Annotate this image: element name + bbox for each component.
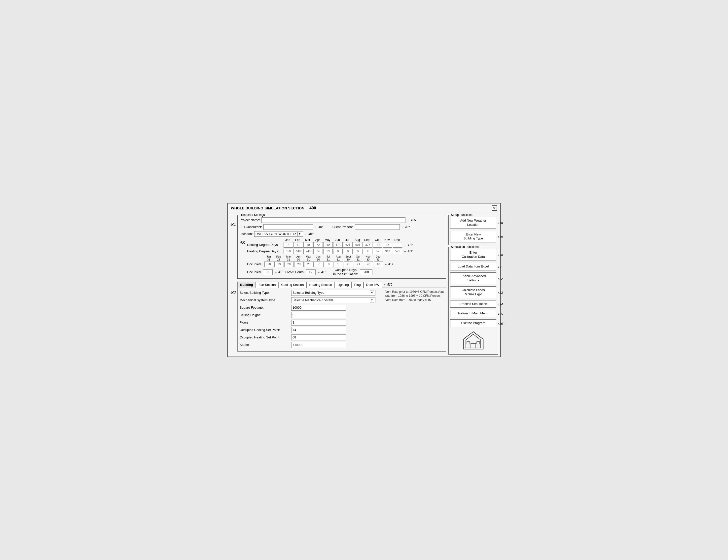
load-excel-wrapper: Load Data from Excel 421: [450, 263, 496, 272]
floors-input[interactable]: [291, 319, 346, 325]
tabs-container: Building Fan Section Cooling Section Hea…: [237, 281, 446, 288]
building-type-label: Select Building Type:: [240, 291, 289, 294]
advanced-settings-button[interactable]: Enable AdvancedSettings: [450, 273, 496, 284]
mech-system-arrow[interactable]: ▼: [370, 298, 374, 302]
cooling-row-wrapper: Cooling Degree Days:: [247, 242, 444, 248]
hdd-jun[interactable]: [333, 249, 343, 254]
tab-dom-hw[interactable]: Dom HW: [364, 281, 382, 288]
tab-cooling-section[interactable]: Cooling Section: [278, 281, 306, 288]
hdd-jul[interactable]: [343, 249, 353, 254]
hdd-dec[interactable]: [393, 249, 402, 254]
location-select[interactable]: DALLAS-FORT WORTH, TX ▼: [254, 231, 303, 237]
cdd-aug[interactable]: [353, 242, 363, 248]
hdd-mar[interactable]: [303, 249, 313, 254]
occ1-feb[interactable]: [274, 262, 284, 267]
heating-degree-label: Heating Degree Days:: [247, 250, 283, 253]
calc-loads-button[interactable]: Calculate Loads& Size Eqpt: [450, 286, 496, 298]
eei-input[interactable]: [263, 224, 313, 230]
occ-cooling-input[interactable]: [291, 327, 346, 333]
required-settings-label: Required Settings: [240, 213, 266, 217]
hdd-apr[interactable]: [313, 249, 323, 254]
occ1-jul[interactable]: [324, 262, 333, 267]
occ1-may[interactable]: [304, 262, 314, 267]
cdd-mar[interactable]: [303, 242, 313, 248]
tab-lighting[interactable]: Lighting: [335, 281, 352, 288]
process-sim-wrapper: Process Simulation 424: [450, 300, 496, 309]
occupied-row1: Occupied: [247, 262, 444, 267]
building-type-placeholder: Select a Building Type: [292, 291, 324, 294]
cdd-jul[interactable]: [343, 242, 353, 248]
occ1-mar[interactable]: [284, 262, 294, 267]
enter-building-button[interactable]: Enter NewBuilding Type: [450, 231, 496, 243]
calibration-button[interactable]: EnterCalibration Data: [450, 249, 496, 261]
house-icon-area: [450, 328, 496, 353]
cdd-dec[interactable]: [393, 242, 402, 248]
location-value: DALLAS-FORT WORTH, TX: [255, 232, 296, 236]
occ-heating-input[interactable]: [291, 334, 346, 340]
occ-days-input[interactable]: [360, 270, 372, 275]
exit-button[interactable]: Exit the Program: [450, 319, 496, 327]
cdd-nov[interactable]: [383, 242, 392, 248]
occ1-apr[interactable]: [294, 262, 304, 267]
cdd-may[interactable]: [323, 242, 333, 248]
mech-system-select[interactable]: Select a Mechanical System ▼: [291, 297, 375, 303]
project-name-input[interactable]: [261, 217, 405, 223]
hdd-jan[interactable]: [284, 249, 293, 254]
occupied2-input[interactable]: [263, 270, 273, 275]
ref-421-label: 421: [498, 266, 503, 269]
tab-content-building: Select Building Type: Select a Building …: [237, 287, 446, 351]
load-excel-button[interactable]: Load Data from Excel: [450, 263, 496, 271]
hvac-hours-input[interactable]: [306, 270, 316, 275]
hdd-aug[interactable]: [353, 249, 363, 254]
occ1-oct[interactable]: [354, 262, 363, 267]
cdd-oct[interactable]: [373, 242, 382, 248]
occ-hdr-dec: Dec31: [373, 255, 383, 261]
ceiling-height-input[interactable]: [291, 312, 346, 318]
occ1-sept[interactable]: [344, 262, 353, 267]
ref-423-label: 423: [498, 291, 503, 294]
cdd-apr[interactable]: [313, 242, 323, 248]
building-type-select[interactable]: Select a Building Type ▼: [291, 290, 375, 296]
client-present-input[interactable]: [355, 224, 400, 230]
hdd-oct[interactable]: [373, 249, 382, 254]
tab-plug[interactable]: Plug: [352, 281, 364, 288]
close-button[interactable]: ✕: [492, 206, 497, 211]
month-dec: Dec: [392, 238, 402, 242]
occ1-jan[interactable]: [264, 262, 274, 267]
building-type-arrow[interactable]: ▼: [370, 290, 374, 295]
vent-note-text: Vent Rate prior to 1986=5 CFM/Person,Ven…: [385, 290, 444, 302]
occ1-jun[interactable]: [314, 262, 324, 267]
cdd-sept[interactable]: [363, 242, 372, 248]
cdd-jan[interactable]: [284, 242, 293, 248]
add-weather-button[interactable]: Add New WeatherLocation: [450, 217, 496, 229]
process-simulation-button[interactable]: Process Simulation: [450, 300, 496, 308]
occ1-nov[interactable]: [364, 262, 373, 267]
mech-system-label: Mechanical System Type:: [240, 298, 289, 302]
month-sept: Sept: [363, 238, 372, 242]
location-label: Location:: [240, 232, 253, 236]
space-input[interactable]: [291, 342, 346, 348]
hdd-feb[interactable]: [293, 249, 303, 254]
return-main-button[interactable]: Return to Main Menu: [450, 310, 496, 317]
svg-rect-2: [471, 343, 476, 348]
ref-424-label: 424: [498, 303, 503, 306]
sq-footage-row: Square Footage:: [240, 305, 375, 310]
tab-heating-section[interactable]: Heating Section: [306, 281, 335, 288]
occ1-aug[interactable]: [334, 262, 343, 267]
hdd-nov[interactable]: [383, 249, 392, 254]
occ1-dec[interactable]: [374, 262, 383, 267]
cdd-feb[interactable]: [293, 242, 303, 248]
tab-building[interactable]: Building: [237, 281, 256, 288]
ref-418-label: 418: [498, 222, 503, 225]
ref-415-label: ← 415: [275, 271, 283, 274]
sq-footage-input[interactable]: [291, 305, 346, 310]
tab-fan-section[interactable]: Fan Section: [256, 281, 278, 288]
tab-content-inner: Select Building Type: Select a Building …: [240, 290, 444, 349]
add-weather-wrapper: Add New WeatherLocation 418: [450, 217, 496, 230]
hdd-sept[interactable]: [363, 249, 372, 254]
location-dropdown-arrow[interactable]: ▼: [297, 232, 302, 236]
setup-functions-label: Setup Functions: [450, 213, 473, 217]
cdd-jun[interactable]: [333, 242, 343, 248]
left-panel: 401 Required Settings Project Name: ← 40…: [230, 215, 446, 354]
hdd-may[interactable]: [323, 249, 333, 254]
